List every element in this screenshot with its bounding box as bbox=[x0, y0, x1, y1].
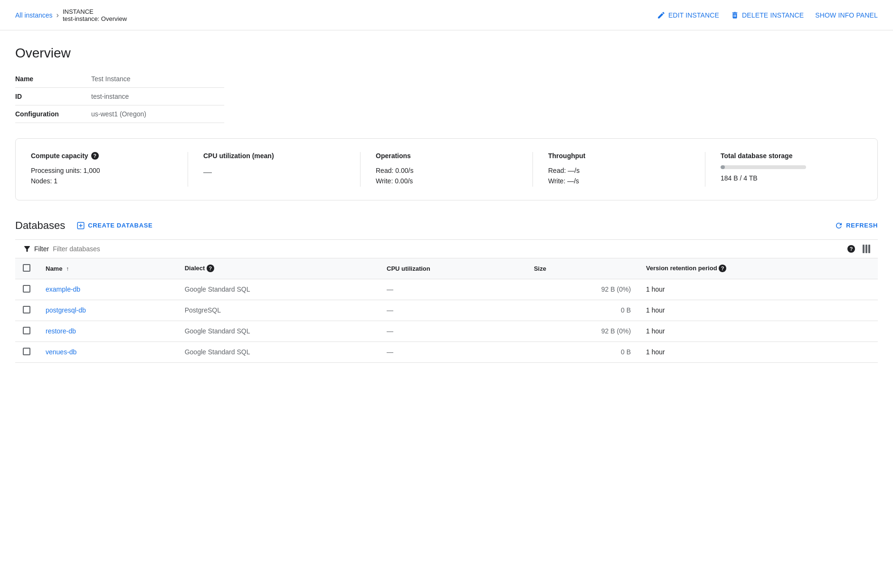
filter-input[interactable] bbox=[53, 245, 195, 253]
name-column-header[interactable]: Name ↑ bbox=[38, 258, 177, 279]
operations-value: Read: 0.00/s Write: 0.00/s bbox=[376, 165, 517, 187]
overview-field-label: Configuration bbox=[15, 105, 91, 123]
header-actions: EDIT INSTANCE DELETE INSTANCE SHOW INFO … bbox=[657, 9, 878, 21]
create-database-button[interactable]: CREATE DATABASE bbox=[73, 219, 156, 232]
edit-instance-button[interactable]: EDIT INSTANCE bbox=[657, 9, 719, 21]
overview-row: Configurationus-west1 (Oregon) bbox=[15, 105, 224, 123]
compute-capacity-label: Compute capacity ? bbox=[31, 152, 172, 160]
metric-compute-capacity: Compute capacity ? Processing units: 1,0… bbox=[31, 152, 188, 187]
delete-icon bbox=[731, 11, 739, 19]
metric-throughput: Throughput Read: —/s Write: —/s bbox=[548, 152, 705, 187]
instance-title: INSTANCE test-instance: Overview bbox=[63, 8, 127, 22]
db-name-cell: example-db bbox=[38, 279, 177, 300]
name-sort-arrow: ↑ bbox=[66, 266, 69, 272]
dialect-help-icon[interactable]: ? bbox=[207, 265, 214, 272]
db-size-cell: 0 B bbox=[526, 300, 638, 321]
db-cpu-cell: — bbox=[379, 279, 526, 300]
metric-operations: Operations Read: 0.00/s Write: 0.00/s bbox=[376, 152, 533, 187]
overview-title: Overview bbox=[15, 46, 878, 61]
size-column-header[interactable]: Size bbox=[526, 258, 638, 279]
cpu-utilization-label: CPU utilization (mean) bbox=[203, 152, 345, 160]
retention-column-header[interactable]: Version retention period ? bbox=[638, 258, 878, 279]
table-row: example-db Google Standard SQL — 92 B (0… bbox=[15, 279, 878, 300]
edit-icon bbox=[657, 11, 665, 19]
db-name-link[interactable]: venues-db bbox=[46, 348, 76, 356]
breadcrumb: All instances › INSTANCE test-instance: … bbox=[15, 8, 127, 22]
db-cpu-cell: — bbox=[379, 341, 526, 362]
select-all-header[interactable] bbox=[15, 258, 38, 279]
dialect-column-header[interactable]: Dialect ? bbox=[177, 258, 379, 279]
select-all-checkbox[interactable] bbox=[23, 264, 30, 272]
create-db-icon bbox=[76, 221, 85, 230]
row-checkbox-cell bbox=[15, 341, 38, 362]
db-name-link[interactable]: postgresql-db bbox=[46, 306, 86, 314]
overview-field-label: ID bbox=[15, 88, 91, 105]
breadcrumb-chevron: › bbox=[57, 11, 59, 19]
db-dialect-cell: Google Standard SQL bbox=[177, 279, 379, 300]
overview-field-value: test-instance bbox=[91, 88, 224, 105]
all-instances-link[interactable]: All instances bbox=[15, 11, 53, 19]
db-dialect-cell: Google Standard SQL bbox=[177, 341, 379, 362]
delete-instance-button[interactable]: DELETE INSTANCE bbox=[731, 9, 804, 21]
db-name-link[interactable]: example-db bbox=[46, 285, 80, 293]
instance-label: INSTANCE bbox=[63, 8, 127, 15]
row-checkbox[interactable] bbox=[23, 285, 30, 293]
storage-bar bbox=[721, 165, 806, 169]
overview-field-value: Test Instance bbox=[91, 70, 224, 88]
throughput-value: Read: —/s Write: —/s bbox=[548, 165, 690, 187]
metric-cpu-utilization: CPU utilization (mean) — bbox=[203, 152, 361, 187]
db-retention-cell: 1 hour bbox=[638, 321, 878, 341]
table-row: restore-db Google Standard SQL — 92 B (0… bbox=[15, 321, 878, 341]
db-name-cell: venues-db bbox=[38, 341, 177, 362]
table-row: venues-db Google Standard SQL — 0 B 1 ho… bbox=[15, 341, 878, 362]
metrics-card: Compute capacity ? Processing units: 1,0… bbox=[15, 138, 878, 200]
filter-bar: Filter ? bbox=[15, 239, 878, 258]
row-checkbox[interactable] bbox=[23, 327, 30, 334]
row-checkbox[interactable] bbox=[23, 306, 30, 313]
row-checkbox-cell bbox=[15, 321, 38, 341]
header: All instances › INSTANCE test-instance: … bbox=[0, 0, 893, 30]
row-checkbox-cell bbox=[15, 279, 38, 300]
row-checkbox-cell bbox=[15, 300, 38, 321]
refresh-button[interactable]: REFRESH bbox=[835, 221, 878, 230]
retention-help-icon[interactable]: ? bbox=[719, 265, 726, 272]
table-help-icon[interactable]: ? bbox=[847, 245, 855, 253]
db-size-cell: 92 B (0%) bbox=[526, 279, 638, 300]
storage-label: Total database storage bbox=[721, 152, 862, 160]
databases-table: Name ↑ Dialect ? CPU utilization Size Ve… bbox=[15, 258, 878, 363]
db-retention-cell: 1 hour bbox=[638, 279, 878, 300]
instance-sub: test-instance: Overview bbox=[63, 15, 127, 22]
overview-row: NameTest Instance bbox=[15, 70, 224, 88]
columns-toggle-button[interactable] bbox=[863, 245, 870, 253]
operations-label: Operations bbox=[376, 152, 517, 160]
db-retention-cell: 1 hour bbox=[638, 341, 878, 362]
storage-size: 184 B / 4 TB bbox=[721, 173, 862, 183]
databases-left: Databases CREATE DATABASE bbox=[15, 219, 156, 232]
compute-help-icon[interactable]: ? bbox=[91, 152, 99, 160]
row-checkbox[interactable] bbox=[23, 348, 30, 355]
overview-table: NameTest InstanceIDtest-instanceConfigur… bbox=[15, 70, 224, 123]
metric-storage: Total database storage 184 B / 4 TB bbox=[721, 152, 862, 187]
db-name-cell: restore-db bbox=[38, 321, 177, 341]
db-size-cell: 0 B bbox=[526, 341, 638, 362]
cpu-utilization-value: — bbox=[203, 165, 345, 179]
db-retention-cell: 1 hour bbox=[638, 300, 878, 321]
db-dialect-cell: PostgreSQL bbox=[177, 300, 379, 321]
db-dialect-cell: Google Standard SQL bbox=[177, 321, 379, 341]
filter-right: ? bbox=[847, 245, 870, 253]
compute-capacity-value: Processing units: 1,000Nodes: 1 bbox=[31, 165, 172, 187]
db-name-link[interactable]: restore-db bbox=[46, 327, 76, 335]
overview-field-value: us-west1 (Oregon) bbox=[91, 105, 224, 123]
db-cpu-cell: — bbox=[379, 300, 526, 321]
storage-bar-fill bbox=[721, 165, 725, 169]
database-table-body: example-db Google Standard SQL — 92 B (0… bbox=[15, 279, 878, 362]
databases-title: Databases bbox=[15, 219, 65, 232]
db-cpu-cell: — bbox=[379, 321, 526, 341]
overview-field-label: Name bbox=[15, 70, 91, 88]
filter-icon bbox=[23, 245, 31, 253]
db-size-cell: 92 B (0%) bbox=[526, 321, 638, 341]
table-row: postgresql-db PostgreSQL — 0 B 1 hour bbox=[15, 300, 878, 321]
table-header: Name ↑ Dialect ? CPU utilization Size Ve… bbox=[15, 258, 878, 279]
cpu-column-header[interactable]: CPU utilization bbox=[379, 258, 526, 279]
show-info-panel-button[interactable]: SHOW INFO PANEL bbox=[815, 9, 878, 21]
